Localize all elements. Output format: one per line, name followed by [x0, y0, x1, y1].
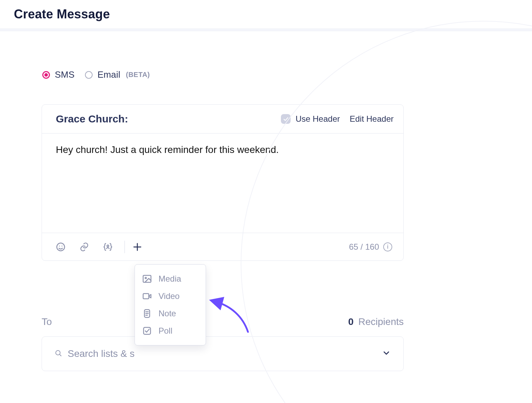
beta-badge: (BETA): [126, 71, 150, 79]
header-divider: [0, 28, 532, 31]
composer-header-title: Grace Church:: [56, 113, 128, 125]
radio-email[interactable]: Email (BETA): [85, 69, 150, 80]
recipients-count-label: Recipients: [358, 316, 404, 327]
radio-email-label: Email: [97, 69, 120, 80]
recipients-search-input[interactable]: [67, 348, 382, 360]
recipients-search-card: [42, 336, 404, 371]
svg-rect-16: [144, 327, 151, 334]
menu-item-video[interactable]: Video: [138, 288, 202, 305]
radio-indicator: [85, 71, 93, 79]
menu-item-label: Video: [158, 291, 180, 301]
composer-toolbar: 65 / 160 i: [42, 233, 403, 260]
link-icon[interactable]: [76, 239, 93, 255]
search-icon: [54, 349, 62, 358]
emoji-icon[interactable]: [52, 239, 69, 255]
recipients-count: 0 Recipients: [348, 316, 404, 327]
add-menu: Media Video Note Poll: [135, 264, 206, 345]
menu-item-label: Poll: [158, 326, 172, 336]
menu-item-note[interactable]: Note: [138, 305, 202, 322]
menu-item-label: Note: [158, 309, 176, 318]
svg-point-1: [59, 246, 60, 247]
message-type-selector: SMS Email (BETA): [42, 69, 404, 80]
radio-indicator: [42, 71, 50, 79]
use-header-label: Use Header: [295, 114, 340, 124]
char-counter-text: 65 / 160: [349, 242, 379, 252]
char-counter: 65 / 160 i: [349, 242, 392, 252]
menu-item-media[interactable]: Media: [138, 270, 202, 288]
recipients-count-number: 0: [348, 316, 354, 327]
menu-item-poll[interactable]: Poll: [138, 322, 202, 340]
svg-point-2: [62, 246, 63, 247]
chevron-down-icon[interactable]: [382, 349, 391, 359]
recipients-header: To 0 Recipients: [42, 316, 404, 327]
radio-sms-label: SMS: [55, 69, 75, 80]
message-textarea[interactable]: Hey church! Just a quick reminder for th…: [56, 143, 391, 192]
svg-rect-10: [143, 294, 149, 299]
menu-item-label: Media: [158, 274, 181, 284]
merge-tag-icon[interactable]: [100, 239, 116, 255]
svg-marker-11: [149, 294, 151, 298]
checkbox-icon: [281, 114, 291, 124]
svg-point-3: [107, 245, 109, 247]
info-icon[interactable]: i: [383, 242, 392, 251]
to-label: To: [42, 316, 52, 327]
svg-point-0: [57, 243, 65, 251]
radio-sms[interactable]: SMS: [42, 69, 75, 80]
composer-card: Grace Church: Use Header Edit Header Hey…: [42, 104, 404, 261]
toolbar-divider: [125, 241, 125, 253]
svg-point-9: [145, 277, 146, 279]
edit-header-link[interactable]: Edit Header: [350, 114, 394, 124]
use-header-toggle[interactable]: Use Header: [281, 114, 340, 124]
message-body: Hey church! Just a quick reminder for th…: [42, 133, 403, 233]
add-button[interactable]: [129, 239, 146, 255]
page-title: Create Message: [0, 0, 532, 28]
composer-header: Grace Church: Use Header Edit Header: [42, 105, 403, 133]
svg-line-7: [60, 354, 61, 356]
